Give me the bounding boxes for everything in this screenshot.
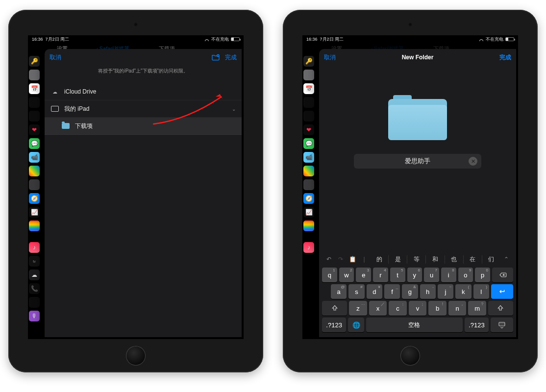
app-icon — [29, 97, 40, 108]
app-icon: 💬 — [29, 138, 40, 149]
app-icon: 📞 — [29, 283, 40, 294]
key-space[interactable]: 空格 — [366, 318, 463, 332]
key-numbers[interactable]: .?123 — [322, 318, 346, 332]
key-numbers[interactable]: .?123 — [465, 318, 489, 332]
app-icon — [303, 70, 314, 80]
app-icon — [303, 111, 314, 122]
key-b[interactable]: b！ — [428, 301, 447, 316]
row-label: 下载项 — [75, 122, 236, 130]
cancel-button[interactable]: 取消 — [50, 53, 61, 62]
new-folder-sheet: 取消 New Folder 完成 ✕ ↶ ↷ — [319, 49, 516, 337]
candidate[interactable]: 的 — [370, 255, 389, 264]
app-icon-music: ♪ — [29, 242, 40, 253]
status-bar: 16:36 7月2日 周二 不在充电 — [28, 35, 244, 43]
home-button[interactable] — [400, 346, 420, 366]
status-date: 7月2日 周二 — [320, 37, 344, 42]
app-icon — [29, 220, 40, 231]
row-icloud-drive[interactable]: ☁ iCloud Drive — [45, 83, 242, 100]
key-m[interactable]: m？ — [468, 301, 486, 316]
redo-icon[interactable]: ↷ — [335, 256, 347, 263]
key-shift-icon[interactable] — [322, 301, 347, 316]
key-x[interactable]: x／ — [369, 301, 387, 316]
folder-large-icon — [388, 95, 447, 144]
candidate[interactable]: 和 — [426, 255, 445, 264]
cancel-button[interactable]: 取消 — [324, 53, 336, 62]
key-z[interactable]: z… — [349, 301, 367, 316]
folder-name-input[interactable] — [354, 154, 481, 169]
clear-text-icon[interactable]: ✕ — [469, 157, 477, 166]
row-label: iCloud Drive — [64, 88, 236, 95]
candidate[interactable]: 等 — [407, 255, 426, 264]
key-w[interactable]: w2 — [339, 268, 354, 282]
key-c[interactable]: c： — [389, 301, 407, 316]
key-e[interactable]: e3 — [356, 268, 371, 282]
key-v[interactable]: v； — [409, 301, 427, 316]
key-return-icon[interactable] — [491, 284, 513, 299]
ipad-right: 16:36 7月2日 周二 不在充电 设置 ‹ Safari浏览器 下载项 🔑 — [283, 10, 538, 372]
key-k[interactable]: k( — [455, 284, 471, 299]
key-shift-icon[interactable] — [488, 301, 513, 316]
key-t[interactable]: t5 — [390, 268, 405, 282]
sheet-title: New Folder — [319, 54, 516, 61]
candidate[interactable]: 在 — [464, 255, 482, 264]
key-u[interactable]: u7 — [424, 268, 439, 282]
app-icon: 💬 — [303, 138, 314, 149]
charge-status: 不在充电 — [486, 36, 503, 43]
app-icon-safari: 🧭 — [29, 193, 40, 204]
app-icon-podcasts: 🎙 — [29, 311, 40, 321]
app-icon: 📈 — [303, 207, 314, 218]
key-backspace-icon[interactable] — [492, 268, 513, 282]
app-icon-tv: tv — [29, 256, 40, 267]
key-i[interactable]: i8 — [441, 268, 456, 282]
key-l[interactable]: l) — [473, 284, 489, 299]
expand-candidates-icon[interactable]: ⌃ — [500, 256, 512, 263]
home-button[interactable] — [126, 346, 146, 366]
row-my-ipad[interactable]: 我的 iPad ⌄ — [45, 100, 242, 118]
done-button[interactable]: 完成 — [499, 53, 511, 62]
app-icon: ❤ — [303, 124, 314, 135]
key-j[interactable]: j~ — [438, 284, 453, 299]
paste-icon[interactable]: 📋 — [347, 256, 358, 263]
wifi-icon — [203, 37, 209, 41]
sheet-subtitle: 将授予"我的iPad"上"下载项"的访问权限。 — [45, 68, 242, 74]
key-n[interactable]: n， — [448, 301, 467, 316]
candidate[interactable]: 也 — [445, 255, 464, 264]
wifi-icon — [478, 37, 484, 41]
key-p[interactable]: p0 — [475, 268, 490, 282]
app-icon: ☁ — [29, 270, 40, 280]
app-icon — [29, 179, 40, 190]
new-folder-icon[interactable] — [211, 54, 220, 61]
key-s[interactable]: s# — [348, 284, 364, 299]
app-icon — [303, 179, 314, 190]
key-f[interactable]: f_ — [384, 284, 400, 299]
key-y[interactable]: y6 — [407, 268, 422, 282]
home-screen-dock: 🔑 📅 ❤ 💬 📹 🧭 📈 ♪ tv ☁ 📞 🎙 — [29, 56, 43, 321]
key-dismiss-icon[interactable] — [491, 318, 513, 332]
app-icon — [29, 297, 40, 308]
key-o[interactable]: o9 — [458, 268, 473, 282]
key-a[interactable]: a@ — [331, 284, 347, 299]
app-icon — [303, 220, 314, 231]
key-d[interactable]: d¥ — [367, 284, 382, 299]
done-button[interactable]: 完成 — [225, 53, 237, 62]
app-icon — [303, 166, 314, 176]
key-globe-icon[interactable]: 🌐 — [348, 318, 364, 332]
battery-icon — [505, 37, 514, 41]
keyboard: ↶ ↷ 📋 | 的 是 等 和 也 在 们 ⌃ q1w2e3r4t5y6u7i8… — [319, 251, 516, 337]
location-picker-sheet: 取消 完成 将授予"我的iPad"上"下载项"的访问权限。 — [45, 49, 242, 337]
ipad-left: 16:36 7月2日 周二 不在充电 设置 ‹ Safari浏览器 下载项 ✓ — [8, 10, 263, 372]
key-q[interactable]: q1 — [322, 268, 337, 282]
app-icon: 📹 — [29, 152, 40, 163]
undo-icon[interactable]: ↶ — [323, 256, 335, 263]
app-icon: 📅 — [29, 83, 40, 94]
front-camera — [134, 23, 138, 26]
cloud-icon: ☁ — [50, 87, 59, 96]
app-icon — [29, 70, 40, 80]
key-r[interactable]: r4 — [373, 268, 388, 282]
row-downloads[interactable]: 下载项 — [45, 118, 242, 135]
key-h[interactable]: h- — [420, 284, 436, 299]
key-g[interactable]: g& — [402, 284, 418, 299]
candidate[interactable]: 们 — [482, 255, 500, 264]
candidate[interactable]: 是 — [389, 255, 407, 264]
status-bar: 16:36 7月2日 周二 不在充电 — [302, 35, 518, 43]
